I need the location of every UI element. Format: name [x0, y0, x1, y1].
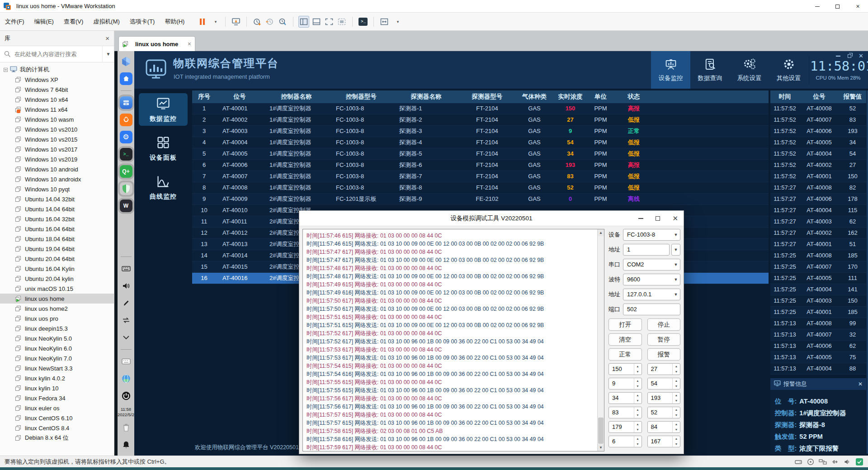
- clear-button[interactable]: 清空: [609, 333, 642, 346]
- side-nav-data-monitor[interactable]: 数据监控: [139, 93, 188, 126]
- baud-select[interactable]: 9600▼: [623, 274, 680, 285]
- bell-icon[interactable]: [120, 438, 132, 451]
- menu-item[interactable]: 虚拟机(M): [88, 13, 125, 31]
- spin-down-icon[interactable]: ▼: [634, 413, 642, 418]
- alarm-row[interactable]: 11:57:52AT-40001150: [770, 171, 866, 182]
- alarm-row[interactable]: 11:57:25AT-40003150: [770, 295, 866, 307]
- top-nav-other-settings[interactable]: 其他设置: [769, 51, 808, 89]
- port-input[interactable]: 502: [623, 304, 680, 315]
- open-button[interactable]: 打开: [609, 318, 642, 331]
- alarm-row[interactable]: 11:57:27AT-40006178: [770, 194, 866, 205]
- spin-down-icon[interactable]: ▼: [634, 398, 642, 404]
- alarm-row[interactable]: 11:57:52AT-4000783: [770, 114, 866, 126]
- power-icon[interactable]: [120, 389, 132, 402]
- tree-root-my-computer[interactable]: 我的计算机: [0, 65, 114, 75]
- wps-office-icon[interactable]: W: [120, 199, 132, 212]
- vm-list-item[interactable]: linux euler os: [0, 403, 114, 413]
- spin-up-icon[interactable]: ▲: [634, 378, 642, 384]
- value-spinner[interactable]: 193▲▼: [647, 392, 681, 404]
- spin-down-icon[interactable]: ▼: [634, 427, 642, 432]
- spin-down-icon[interactable]: ▼: [673, 398, 680, 404]
- scroll-down-icon[interactable]: ▼: [598, 444, 604, 451]
- platform-minimize-icon[interactable]: [836, 56, 840, 57]
- value-spinner[interactable]: 34▲▼: [609, 392, 642, 404]
- menu-item[interactable]: 文件(F): [0, 13, 29, 31]
- vm-list-item[interactable]: linux deepin15.3: [0, 323, 114, 333]
- minimize-button[interactable]: [807, 0, 827, 13]
- platform-restore-icon[interactable]: [848, 54, 851, 58]
- vm-list-item[interactable]: linux Fedora 34: [0, 393, 114, 403]
- alarm-row[interactable]: 11:57:13AT-4000488: [770, 363, 866, 375]
- vm-list-item[interactable]: linux NeoKylin 6.0: [0, 343, 114, 353]
- alarm-row[interactable]: 11:57:27AT-4000151: [770, 239, 866, 250]
- maximize-button[interactable]: [827, 0, 848, 13]
- vm-list-item[interactable]: Windows 10 androidx: [0, 174, 114, 184]
- vm-list-item[interactable]: Windows 10 pyqt: [0, 184, 114, 194]
- alarm-row[interactable]: 11:57:25AT-40008185: [770, 250, 866, 261]
- spinner-buttons[interactable]: ▲▼: [672, 407, 680, 418]
- alarm-row[interactable]: 11:57:25AT-40001185: [770, 307, 866, 318]
- normal-button[interactable]: 正常: [609, 348, 642, 361]
- vm-list-item[interactable]: Windows 10 vs2017: [0, 144, 114, 154]
- value-spinner[interactable]: 6▲▼: [609, 436, 642, 447]
- top-nav-system-settings[interactable]: 系统设置: [730, 51, 769, 89]
- security-shield-icon[interactable]: [120, 182, 132, 195]
- table-row[interactable]: 9AT-400092#调度室控制器FC-1201显示板探测器-9FE-2102G…: [192, 194, 769, 205]
- spin-down-icon[interactable]: ▼: [673, 442, 680, 447]
- spinner-buttons[interactable]: ▲▼: [672, 436, 680, 447]
- vm-list-item[interactable]: Windows 10 wasm: [0, 114, 114, 124]
- alarm-row[interactable]: 11:57:52AT-4000454: [770, 148, 866, 160]
- vm-list-item[interactable]: Windows 11 x64: [0, 104, 114, 114]
- table-row[interactable]: 7AT-400071#调度室控制器FC-1003-8探测器-7FT-2104GA…: [192, 171, 769, 182]
- com-select[interactable]: COM2▼: [623, 259, 680, 271]
- alarm-row[interactable]: 11:57:25AT-40005111: [770, 273, 866, 284]
- value-spinner[interactable]: 52▲▼: [647, 407, 681, 418]
- spin-up-icon[interactable]: ▲: [634, 436, 642, 442]
- spin-up-icon[interactable]: ▲: [634, 407, 642, 413]
- spin-up-icon[interactable]: ▲: [634, 422, 642, 427]
- addr-dropdown-icon[interactable]: ▼: [671, 244, 680, 256]
- network-globe-icon[interactable]: [120, 372, 132, 385]
- fullscreen-icon[interactable]: [324, 16, 335, 28]
- side-nav-curve-monitor[interactable]: 曲线监控: [139, 171, 188, 204]
- value-spinner[interactable]: 167▲▼: [647, 436, 681, 447]
- vm-list-item[interactable]: Ubuntu 14.04 32bit: [0, 194, 114, 204]
- network-adapter-icon[interactable]: [819, 458, 827, 466]
- top-nav-device-monitor[interactable]: 设备监控: [651, 51, 690, 89]
- show-thumbnail-bar-icon[interactable]: [311, 16, 322, 28]
- fit-dropdown-icon[interactable]: ▾: [392, 16, 402, 28]
- hard-disk-icon[interactable]: [794, 458, 802, 466]
- trash-icon[interactable]: [120, 421, 132, 434]
- snapshot-take-icon[interactable]: [252, 16, 263, 28]
- app-store-icon[interactable]: [120, 114, 132, 126]
- menu-item[interactable]: 编辑(E): [29, 13, 59, 31]
- alarm-button[interactable]: 报警: [647, 348, 681, 361]
- search-dropdown-icon[interactable]: ▼: [102, 46, 114, 62]
- stop-button[interactable]: 停止: [647, 318, 681, 331]
- tab-close-icon[interactable]: ×: [188, 40, 191, 47]
- vm-list-item[interactable]: linux NeoKylin 5.0: [0, 333, 114, 343]
- dialog-minimize-icon[interactable]: [638, 218, 643, 219]
- vm-list-item[interactable]: Ubuntu 14.04 64bit: [0, 204, 114, 214]
- expander-icon[interactable]: [4, 68, 8, 72]
- dialog-titlebar[interactable]: 设备模拟调试工具 V20220501 ✕: [299, 211, 684, 226]
- spinner-buttons[interactable]: ▲▼: [634, 393, 642, 404]
- alarm-row[interactable]: 11:57:52AT-4000534: [770, 137, 866, 148]
- vm-list-item[interactable]: Ubuntu 16.04 Kylin: [0, 264, 114, 274]
- spin-up-icon[interactable]: ▲: [673, 422, 680, 427]
- top-nav-data-query[interactable]: 数据查询: [690, 51, 730, 89]
- ip-select[interactable]: 127.0.0.1▼: [623, 289, 680, 300]
- usb-device-icon[interactable]: [831, 458, 839, 466]
- spin-down-icon[interactable]: ▼: [634, 369, 642, 375]
- menu-item[interactable]: 查看(V): [59, 13, 88, 31]
- vm-list-item[interactable]: unix macOS 10.15: [0, 284, 114, 294]
- log-scrollbar[interactable]: ▲ ▼: [597, 229, 604, 451]
- spinner-buttons[interactable]: ▲▼: [634, 436, 642, 447]
- vm-list-item[interactable]: Windows 10 android: [0, 164, 114, 174]
- file-manager-icon[interactable]: [120, 96, 132, 109]
- vm-list-item[interactable]: Ubuntu 16.04 64bit: [0, 224, 114, 234]
- vm-list-item[interactable]: linux kylin 10: [0, 383, 114, 393]
- spin-down-icon[interactable]: ▼: [673, 427, 680, 432]
- spin-up-icon[interactable]: ▲: [634, 393, 642, 398]
- vm-list-item[interactable]: Windows 7 64bit: [0, 85, 114, 95]
